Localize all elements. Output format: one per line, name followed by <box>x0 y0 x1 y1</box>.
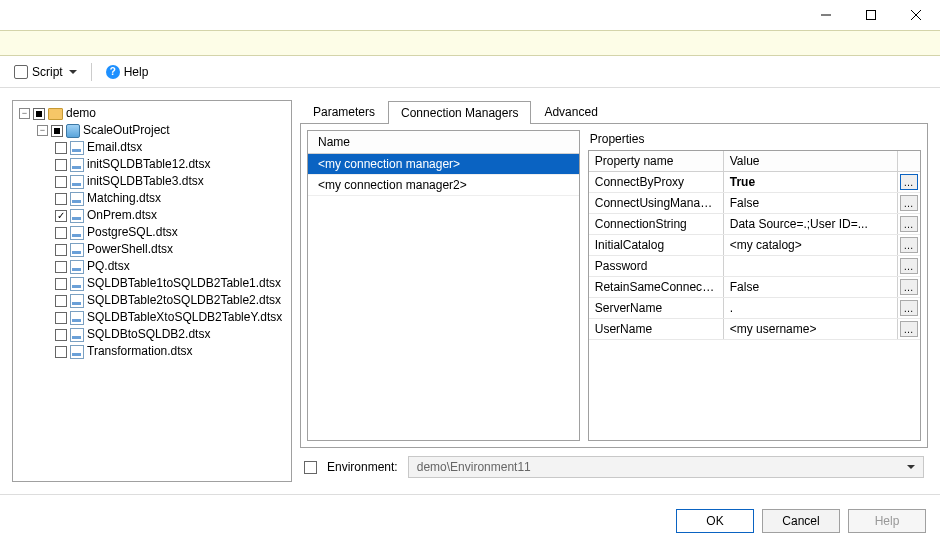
tree-root[interactable]: − demo <box>15 105 289 122</box>
property-row[interactable]: ConnectByProxyTrue… <box>589 172 920 193</box>
property-value[interactable]: . <box>724 298 898 318</box>
property-value[interactable]: False <box>724 193 898 213</box>
property-value[interactable]: <my username> <box>724 319 898 339</box>
ok-button[interactable]: OK <box>676 509 754 533</box>
help-button-footer[interactable]: Help <box>848 509 926 533</box>
property-row[interactable]: UserName<my username>… <box>589 319 920 340</box>
minimize-button[interactable] <box>803 1 848 29</box>
connection-manager-item[interactable]: <my connection manager2> <box>308 175 579 196</box>
tree-project-label: ScaleOutProject <box>83 122 170 139</box>
checkbox[interactable] <box>55 193 67 205</box>
environment-label: Environment: <box>327 460 398 474</box>
package-icon <box>70 311 84 325</box>
package-icon <box>70 141 84 155</box>
maximize-button[interactable] <box>848 1 893 29</box>
expand-icon[interactable]: − <box>19 108 30 119</box>
ellipsis-button[interactable]: … <box>900 216 918 232</box>
property-row[interactable]: ConnectionStringData Source=.;User ID=..… <box>589 214 920 235</box>
checkbox-indeterminate[interactable] <box>33 108 45 120</box>
tree-package-label: Matching.dtsx <box>87 190 161 207</box>
checkbox[interactable]: ✓ <box>55 210 67 222</box>
checkbox[interactable] <box>55 176 67 188</box>
checkbox[interactable] <box>55 278 67 290</box>
ellipsis-button[interactable]: … <box>900 300 918 316</box>
properties-head-value: Value <box>724 151 898 171</box>
property-name: ConnectByProxy <box>589 172 724 192</box>
tree-package-label: SQLDBTableXtoSQLDB2TableY.dtsx <box>87 309 282 326</box>
cm-header: Name <box>308 131 579 154</box>
checkbox[interactable] <box>55 346 67 358</box>
property-row[interactable]: RetainSameConnectionFalse… <box>589 277 920 298</box>
property-row[interactable]: ServerName.… <box>589 298 920 319</box>
script-label: Script <box>32 65 63 79</box>
package-icon <box>70 209 84 223</box>
property-value[interactable]: False <box>724 277 898 297</box>
ellipsis-button[interactable]: … <box>900 195 918 211</box>
checkbox[interactable] <box>55 142 67 154</box>
tree-panel[interactable]: − demo − ScaleOutProject Email.dtsxinitS… <box>12 100 292 482</box>
tree-package[interactable]: SQLDBTableXtoSQLDB2TableY.dtsx <box>15 309 289 326</box>
ellipsis-button[interactable]: … <box>900 174 918 190</box>
property-value[interactable] <box>724 256 898 276</box>
close-button[interactable] <box>893 1 938 29</box>
property-value[interactable]: True <box>724 172 898 192</box>
help-icon: ? <box>106 65 120 79</box>
ellipsis-button[interactable]: … <box>900 258 918 274</box>
cancel-button[interactable]: Cancel <box>762 509 840 533</box>
checkbox[interactable] <box>55 227 67 239</box>
connection-manager-item[interactable]: <my connection manager> <box>308 154 579 175</box>
help-button[interactable]: ? Help <box>102 63 153 81</box>
tab-bar: Parameters Connection Managers Advanced <box>300 100 928 124</box>
property-row[interactable]: ConnectUsingManagedIdentityFalse… <box>589 193 920 214</box>
checkbox[interactable] <box>55 244 67 256</box>
tree-package[interactable]: PQ.dtsx <box>15 258 289 275</box>
connection-manager-list[interactable]: Name <my connection manager><my connecti… <box>307 130 580 441</box>
toolbar-separator <box>91 63 92 81</box>
property-value[interactable]: <my catalog> <box>724 235 898 255</box>
checkbox[interactable] <box>55 295 67 307</box>
script-button[interactable]: Script <box>10 63 81 81</box>
chevron-down-icon <box>907 465 915 469</box>
tree-package[interactable]: initSQLDBTable12.dtsx <box>15 156 289 173</box>
checkbox[interactable] <box>55 329 67 341</box>
ellipsis-button[interactable]: … <box>900 279 918 295</box>
checkbox[interactable] <box>55 159 67 171</box>
property-value[interactable]: Data Source=.;User ID=... <box>724 214 898 234</box>
tree-package-label: SQLDBTable1toSQLDB2Table1.dtsx <box>87 275 281 292</box>
property-row[interactable]: InitialCatalog<my catalog>… <box>589 235 920 256</box>
tree-package[interactable]: SQLDBTable2toSQLDB2Table2.dtsx <box>15 292 289 309</box>
tree-package[interactable]: SQLDBTable1toSQLDB2Table1.dtsx <box>15 275 289 292</box>
properties-grid[interactable]: Property name Value ConnectByProxyTrue…C… <box>588 150 921 441</box>
package-icon <box>70 175 84 189</box>
tree-package[interactable]: Transformation.dtsx <box>15 343 289 360</box>
checkbox-indeterminate[interactable] <box>51 125 63 137</box>
environment-checkbox[interactable] <box>304 461 317 474</box>
ellipsis-button[interactable]: … <box>900 321 918 337</box>
help-label: Help <box>124 65 149 79</box>
tree-package[interactable]: Email.dtsx <box>15 139 289 156</box>
tab-advanced[interactable]: Advanced <box>531 100 610 123</box>
checkbox[interactable] <box>55 261 67 273</box>
checkbox[interactable] <box>55 312 67 324</box>
dialog-footer: OK Cancel Help <box>0 495 940 547</box>
expand-icon[interactable]: − <box>37 125 48 136</box>
property-row[interactable]: Password… <box>589 256 920 277</box>
property-name: ConnectionString <box>589 214 724 234</box>
tree-package[interactable]: SQLDBtoSQLDB2.dtsx <box>15 326 289 343</box>
tab-parameters[interactable]: Parameters <box>300 100 388 123</box>
property-name: UserName <box>589 319 724 339</box>
environment-select[interactable]: demo\Environment11 <box>408 456 924 478</box>
package-icon <box>70 328 84 342</box>
package-icon <box>70 345 84 359</box>
window-titlebar <box>0 0 940 30</box>
tree-package[interactable]: PostgreSQL.dtsx <box>15 224 289 241</box>
tree-package[interactable]: Matching.dtsx <box>15 190 289 207</box>
ellipsis-button[interactable]: … <box>900 237 918 253</box>
tree-package[interactable]: initSQLDBTable3.dtsx <box>15 173 289 190</box>
tree-package[interactable]: ✓OnPrem.dtsx <box>15 207 289 224</box>
folder-icon <box>48 108 63 120</box>
tree-project[interactable]: − ScaleOutProject <box>15 122 289 139</box>
tab-connection-managers[interactable]: Connection Managers <box>388 101 531 124</box>
tree-package[interactable]: PowerShell.dtsx <box>15 241 289 258</box>
package-icon <box>70 226 84 240</box>
